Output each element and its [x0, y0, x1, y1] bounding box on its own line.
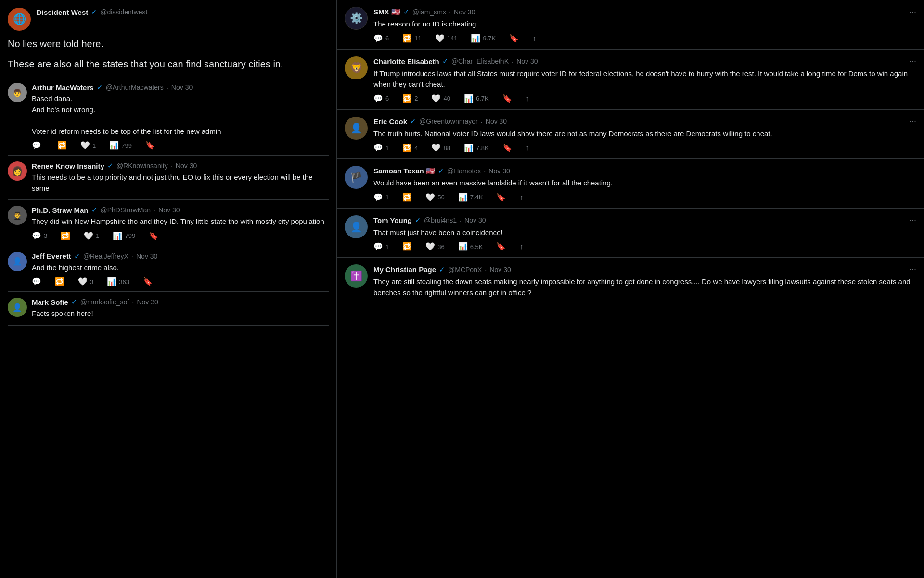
comment-icon: 💬	[32, 232, 41, 240]
eric-reply[interactable]: 💬 1	[373, 144, 389, 152]
tom-share[interactable]: ↑	[519, 243, 523, 250]
jeff-name: Jeff Everett	[32, 252, 71, 260]
charlotte-retweet[interactable]: 🔁 2	[402, 95, 418, 103]
share-icon: ↑	[532, 35, 536, 42]
tom-retweet[interactable]: 🔁	[402, 243, 412, 250]
phd-views[interactable]: 📊 799	[113, 232, 135, 240]
samoan-bookmark[interactable]: 🔖	[496, 194, 506, 201]
smx-like[interactable]: 🤍 141	[435, 35, 458, 42]
eric-name: Eric Cook	[373, 118, 407, 126]
charlotte-name: Charlotte Elisabeth	[373, 57, 439, 66]
jeff-text: And the highest crime also.	[32, 263, 329, 274]
phd-sep: ·	[154, 206, 155, 214]
main-author-avatar-col: 🌐	[8, 8, 31, 31]
charlotte-views[interactable]: 📊 6.7K	[464, 95, 489, 103]
phd-avatar: 👨‍🎓	[8, 206, 27, 225]
charlotte-views-count: 6.7K	[476, 95, 489, 102]
samoan-avatar: 🏴	[345, 166, 368, 189]
jeff-views-count: 363	[119, 278, 129, 286]
phd-views-count: 799	[125, 232, 135, 239]
eric-retweet[interactable]: 🔁 4	[402, 144, 418, 152]
tom-avatar: 👤	[345, 215, 368, 238]
charlotte-share[interactable]: ↑	[526, 95, 529, 103]
arthur-like[interactable]: 🤍 1	[80, 142, 96, 149]
arthur-likes: 1	[92, 142, 96, 149]
arthur-reply[interactable]: 💬	[32, 142, 44, 149]
smx-reply[interactable]: 💬 6	[373, 35, 389, 42]
smx-views[interactable]: 📊 9.7K	[471, 35, 496, 42]
mychristian-more[interactable]: ···	[909, 264, 916, 275]
samoan-name: Samoan Texan 🇺🇸	[373, 167, 435, 175]
jeff-bookmark[interactable]: 🔖	[143, 278, 153, 286]
eric-user-row: Eric Cook ✓ @Greentownmayor · Nov 30 ···	[373, 117, 916, 127]
charlotte-like[interactable]: 🤍 40	[431, 95, 450, 103]
jeff-avatar: 👤	[8, 252, 27, 271]
arthur-retweet[interactable]: 🔁	[57, 142, 67, 149]
views-icon: 📊	[107, 278, 116, 286]
samoan-like[interactable]: 🤍 56	[425, 194, 444, 201]
tom-date: Nov 30	[464, 216, 486, 224]
smx-bookmark[interactable]: 🔖	[509, 35, 519, 42]
mark-date: Nov 30	[137, 298, 158, 306]
arthur-bookmark[interactable]: 🔖	[145, 142, 155, 149]
samoan-text: Would have been an even massive landslid…	[373, 178, 916, 189]
arthur-views[interactable]: 📊 799	[109, 142, 132, 149]
samoan-more[interactable]: ···	[909, 166, 916, 176]
tweet-charlotte: 🦁 Charlotte Elisabeth ✓ @Char_ElisabethK…	[337, 50, 924, 110]
smx-share[interactable]: ↑	[532, 35, 536, 42]
eric-bookmark[interactable]: 🔖	[502, 144, 512, 152]
phd-bookmark[interactable]: 🔖	[149, 232, 158, 240]
phd-reply[interactable]: 💬 3	[32, 232, 47, 240]
share-icon: ↑	[519, 243, 523, 250]
smx-verified: ✓	[403, 8, 410, 16]
like-icon: 🤍	[425, 194, 435, 201]
arthur-text: Based dana.And he's not wrong.Voter id r…	[32, 93, 329, 137]
jeff-like[interactable]: 🤍 3	[78, 278, 93, 286]
eric-share[interactable]: ↑	[526, 144, 529, 152]
jeff-actions: 💬 🔁 🤍 3 📊 363 🔖	[32, 278, 329, 286]
bookmark-icon: 🔖	[496, 194, 506, 201]
eric-like[interactable]: 🤍 88	[431, 144, 450, 152]
bookmark-icon: 🔖	[502, 144, 512, 152]
samoan-views[interactable]: 📊 7.4K	[458, 194, 483, 201]
phd-retweet[interactable]: 🔁	[61, 232, 70, 240]
smx-more[interactable]: ···	[909, 7, 916, 17]
charlotte-handle: @Char_ElisabethK	[451, 57, 509, 65]
smx-replies: 6	[385, 35, 389, 42]
samoan-share[interactable]: ↑	[519, 194, 523, 201]
charlotte-bookmark[interactable]: 🔖	[502, 95, 512, 103]
phd-like[interactable]: 🤍 1	[84, 232, 99, 240]
samoan-replies: 1	[385, 194, 389, 201]
retweet-icon: 🔁	[402, 95, 412, 103]
mychristian-avatar: ✝️	[345, 264, 368, 288]
arthur-meta: Arthur MacWaters ✓ @ArthurMacwaters · No…	[32, 83, 329, 92]
tom-views[interactable]: 📊 6.5K	[458, 243, 483, 250]
charlotte-more[interactable]: ···	[909, 56, 916, 66]
samoan-retweet[interactable]: 🔁	[402, 194, 412, 201]
eric-views-count: 7.8K	[476, 144, 489, 152]
eric-more[interactable]: ···	[909, 117, 916, 127]
smx-retweet[interactable]: 🔁 11	[402, 35, 421, 42]
eric-views[interactable]: 📊 7.8K	[464, 144, 489, 152]
mark-sep: ·	[132, 298, 134, 306]
jeff-sep: ·	[131, 252, 133, 260]
smx-date: Nov 30	[454, 8, 475, 16]
charlotte-reply[interactable]: 💬 6	[373, 95, 389, 103]
tom-bookmark[interactable]: 🔖	[496, 243, 506, 250]
smx-text: The reason for no ID is cheating.	[373, 19, 916, 30]
renee-text: This needs to be a top priority and not …	[32, 172, 329, 194]
arthur-verified: ✓	[97, 83, 103, 92]
views-icon: 📊	[458, 194, 468, 201]
main-author-avatar: 🌐	[8, 8, 31, 31]
samoan-reply[interactable]: 💬 1	[373, 194, 389, 201]
tom-like[interactable]: 🤍 36	[425, 243, 444, 250]
tom-reply[interactable]: 💬 1	[373, 243, 389, 250]
tom-more[interactable]: ···	[909, 215, 916, 225]
jeff-views[interactable]: 📊 363	[107, 278, 129, 286]
jeff-retweet[interactable]: 🔁	[55, 278, 64, 286]
jeff-reply[interactable]: 💬	[32, 278, 41, 286]
mark-verified: ✓	[71, 298, 77, 306]
charlotte-avatar: 🦁	[345, 56, 368, 79]
bookmark-icon: 🔖	[502, 95, 512, 103]
tom-text: That must just have been a coincidence!	[373, 227, 916, 238]
